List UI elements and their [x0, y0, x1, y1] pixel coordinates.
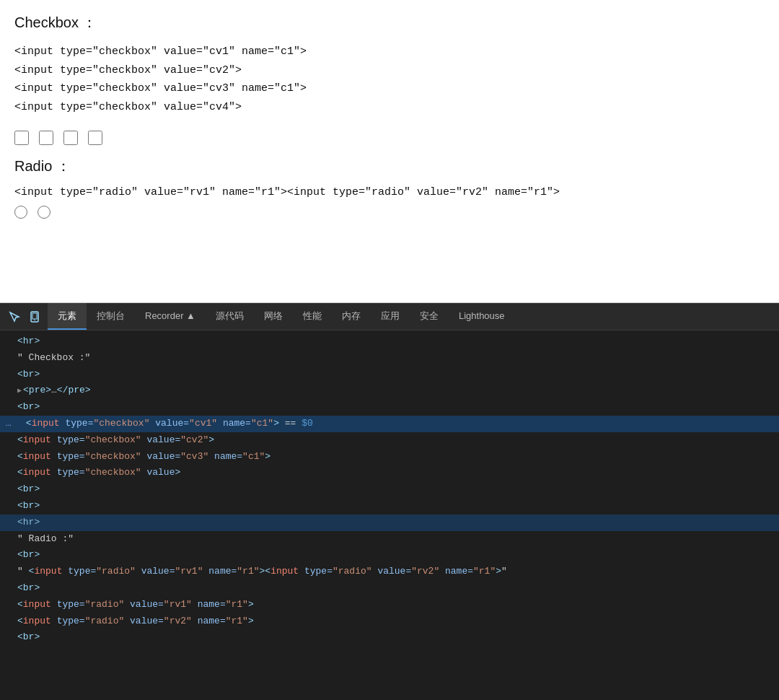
dom-line-br6[interactable]: <br> — [0, 580, 779, 597]
device-icon[interactable] — [25, 307, 45, 327]
radio-section: Radio ： <input type="radio" value="rv1" … — [14, 157, 765, 219]
tab-application[interactable]: 应用 — [371, 303, 410, 330]
radio-code: <input type="radio" value="rv1" name="r1… — [14, 186, 765, 198]
page-content: Checkbox ： <input type="checkbox" value=… — [0, 0, 779, 303]
checkbox-cv1[interactable] — [14, 131, 29, 145]
toolbar-tabs: 元素 控制台 Recorder ▲ 源代码 网络 性能 内存 应用 — [48, 303, 515, 330]
tab-lighthouse[interactable]: Lighthouse — [449, 303, 515, 330]
dom-line-input-rv1[interactable]: <input type="radio" value="rv1" name="r1… — [0, 597, 779, 613]
dom-line-hr1[interactable]: <hr> — [0, 333, 779, 350]
dom-tree[interactable]: <hr> " Checkbox :" <br> ▶ <pre>…</pre> <… — [0, 331, 779, 700]
tab-console[interactable]: 控制台 — [87, 303, 135, 330]
dom-line-br5[interactable]: <br> — [0, 547, 779, 564]
dom-line-br7[interactable]: <br> — [0, 629, 779, 646]
radio-rv1[interactable] — [14, 206, 27, 219]
dom-line-hr2[interactable]: <hr> — [0, 515, 779, 531]
dom-line-pre[interactable]: ▶ <pre>…</pre> — [0, 382, 779, 399]
devtools-toolbar: 元素 控制台 Recorder ▲ 源代码 网络 性能 内存 应用 — [0, 303, 779, 331]
tab-recorder[interactable]: Recorder ▲ — [135, 303, 206, 330]
dom-line-input-cv2[interactable]: <input type="checkbox" value="cv2" > — [0, 432, 779, 449]
checkboxes-row — [14, 131, 765, 145]
tab-network[interactable]: 网络 — [254, 303, 293, 330]
dom-line-br2[interactable]: <br> — [0, 399, 779, 416]
tab-memory[interactable]: 内存 — [332, 303, 371, 330]
dom-line-radio-text[interactable]: " Radio :" — [0, 531, 779, 548]
checkbox-cv4[interactable] — [88, 131, 102, 145]
tab-elements[interactable]: 元素 — [48, 303, 87, 330]
dom-line-br1[interactable]: <br> — [0, 367, 779, 383]
svg-rect-1 — [32, 313, 37, 319]
checkbox-code-line2: <input type="checkbox" value="cv2"> — [14, 61, 765, 80]
dom-line-input-cv3[interactable]: <input type="checkbox" value="cv3" name=… — [0, 449, 779, 465]
radio-section-title: Radio ： — [14, 157, 765, 176]
checkbox-code-line4: <input type="checkbox" value="cv4"> — [14, 98, 765, 117]
radios-row — [14, 206, 765, 219]
tab-security[interactable]: 安全 — [410, 303, 449, 330]
checkbox-code-block: <input type="checkbox" value="cv1" name=… — [14, 43, 765, 116]
radio-rv2[interactable] — [38, 206, 50, 219]
checkbox-section-title: Checkbox ： — [14, 13, 765, 32]
dom-line-input-cv4[interactable]: <input type="checkbox" value > — [0, 465, 779, 481]
devtools-panel: 元素 控制台 Recorder ▲ 源代码 网络 性能 内存 应用 — [0, 303, 779, 700]
tab-performance[interactable]: 性能 — [293, 303, 332, 330]
checkbox-cv3[interactable] — [63, 131, 78, 145]
tab-sources[interactable]: 源代码 — [206, 303, 254, 330]
svg-point-2 — [34, 319, 35, 320]
checkbox-code-line3: <input type="checkbox" value="cv3" name=… — [14, 79, 765, 98]
checkbox-cv2[interactable] — [39, 131, 53, 145]
dom-line-input-cv1[interactable]: … <input type="checkbox" value="cv1" nam… — [0, 416, 779, 432]
dom-line-br4[interactable]: <br> — [0, 498, 779, 515]
dom-line-br3[interactable]: <br> — [0, 481, 779, 498]
inspector-icon[interactable] — [4, 307, 25, 327]
dom-line-radio-inline-text[interactable]: " <input type="radio" value="rv1" name="… — [0, 564, 779, 580]
dom-line-checkbox-text[interactable]: " Checkbox :" — [0, 350, 779, 367]
dom-line-input-rv2[interactable]: <input type="radio" value="rv2" name="r1… — [0, 613, 779, 630]
checkbox-code-line1: <input type="checkbox" value="cv1" name=… — [14, 43, 765, 61]
